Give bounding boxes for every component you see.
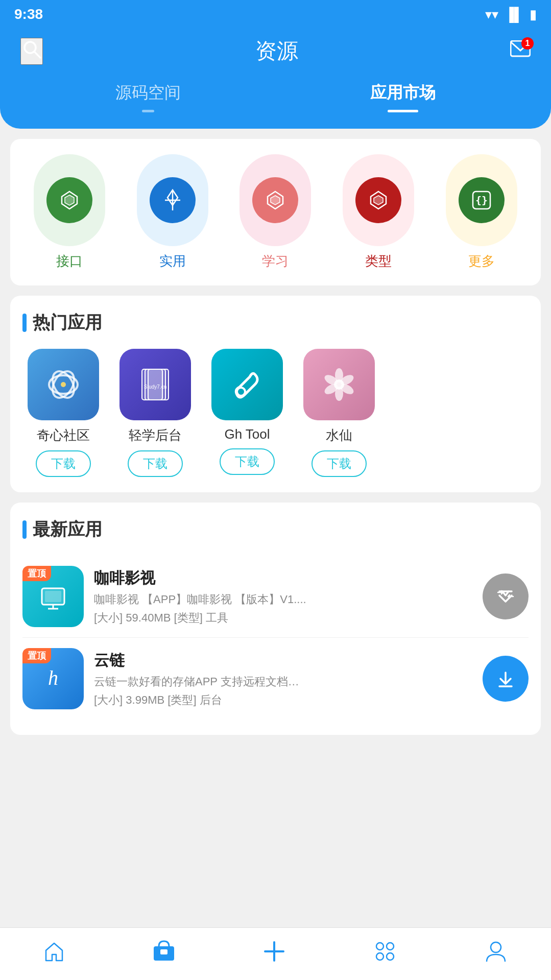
app-qixin[interactable]: 奇心社区 下载 [22, 349, 104, 477]
category-backend[interactable]: 接口 [20, 154, 118, 270]
wifi-icon: ▾▾ [485, 7, 498, 22]
hot-apps-title: 热门应用 [22, 311, 529, 334]
svg-point-45 [491, 942, 501, 952]
category-bubble-tools [137, 154, 208, 246]
app-ghtool[interactable]: Gh Tool 下载 [206, 349, 288, 477]
download-btn-shuixian[interactable]: 下载 [312, 450, 367, 477]
download-btn-kafei[interactable] [483, 573, 529, 619]
latest-desc-yunlian: 云链一款好看的存储APP 支持远程文档，... [94, 674, 308, 689]
latest-icon-wrap-kafei: 置顶 [22, 566, 84, 627]
profile-icon [483, 938, 509, 965]
svg-point-44 [387, 953, 394, 960]
bottom-nav [0, 927, 551, 980]
category-programming[interactable]: 学习 [227, 154, 325, 270]
svg-marker-11 [374, 196, 383, 205]
mail-button[interactable]: 1 [510, 40, 531, 62]
svg-text:h: h [48, 666, 58, 689]
nav-store[interactable] [151, 937, 177, 966]
category-bubble-more: {} [446, 154, 517, 246]
latest-type-yunlian: [类型] 后台 [167, 694, 222, 706]
svg-line-1 [34, 52, 40, 58]
mail-badge: 1 [521, 37, 534, 50]
store-icon [151, 937, 177, 964]
app-name-study7: 轻学后台 [129, 426, 182, 444]
category-label-tools: 实用 [159, 252, 186, 270]
latest-apps-title: 最新应用 [22, 518, 529, 541]
app-study7[interactable]: Study7.cn 轻学后台 下载 [114, 349, 196, 477]
category-section: 接口 实用 [10, 139, 541, 285]
search-button[interactable] [20, 38, 43, 65]
category-others[interactable]: 类型 [329, 154, 427, 270]
status-time: 9:38 [14, 6, 43, 22]
tab-source[interactable]: 源码空间 [100, 78, 196, 108]
latest-desc-kafei: 咖啡影视 【APP】咖啡影视 【版本】V1.... [94, 592, 308, 607]
hot-apps-title-text: 热门应用 [33, 311, 102, 334]
latest-info-yunlian: 云链 云链一款好看的存储APP 支持远程文档，... [大小] 3.99MB [… [94, 650, 472, 708]
app-icon-shuixian [303, 349, 375, 420]
category-icon-programming [252, 177, 298, 223]
hot-apps-section: 热门应用 奇心社区 下载 Study7 [10, 296, 541, 492]
category-label-more: 更多 [468, 252, 495, 270]
category-label-programming: 学习 [262, 252, 289, 270]
latest-action-kafei [483, 573, 529, 619]
category-icon-others [355, 177, 401, 223]
latest-item-yunlian[interactable]: h 置顶 云链 云链一款好看的存储APP 支持远程文档，... [大小] 3.9… [22, 638, 529, 720]
app-name-qixin: 奇心社区 [37, 426, 90, 444]
status-icons: ▾▾ ▐▌ ▮ [485, 7, 537, 22]
tab-bar: 源码空间 应用市场 [20, 78, 531, 108]
category-bubble-others [343, 154, 414, 246]
nav-apps[interactable] [372, 938, 398, 965]
category-icon-backend [46, 177, 92, 223]
header-top: 资源 1 [20, 37, 531, 65]
download-btn-qixin[interactable]: 下载 [36, 450, 91, 477]
nav-profile[interactable] [483, 938, 509, 965]
latest-apps-section: 最新应用 置顶 咖啡影视 咖啡影视 【APP】咖啡影视 【版本】V1.... [… [10, 503, 541, 735]
category-icon-tools [150, 177, 196, 223]
home-icon [42, 939, 66, 964]
signal-icon: ▐▌ [505, 7, 523, 22]
page-title: 资源 [43, 37, 510, 65]
nav-home[interactable] [42, 939, 66, 964]
category-icon-more: {} [459, 177, 505, 223]
category-bubble-programming [239, 154, 311, 246]
latest-item-kafei[interactable]: 置顶 咖啡影视 咖啡影视 【APP】咖啡影视 【版本】V1.... [大小] 5… [22, 556, 529, 638]
category-tools[interactable]: 实用 [124, 154, 222, 270]
svg-point-41 [376, 943, 384, 950]
latest-info-kafei: 咖啡影视 咖啡影视 【APP】咖啡影视 【版本】V1.... [大小] 59.4… [94, 568, 472, 626]
svg-text:{}: {} [475, 194, 488, 206]
app-name-shuixian: 水仙 [326, 426, 352, 444]
latest-meta-kafei: [大小] 59.40MB [类型] 工具 [94, 610, 472, 626]
download-btn-yunlian[interactable] [483, 656, 529, 702]
app-shuixian[interactable]: 水仙 下载 [298, 349, 380, 477]
hot-apps-row: 奇心社区 下载 Study7.cn 轻学后台 下载 [22, 349, 529, 477]
download-btn-ghtool[interactable]: 下载 [220, 448, 275, 475]
latest-action-yunlian [483, 656, 529, 702]
top-tag-yunlian: 置顶 [22, 648, 51, 663]
status-bar: 9:38 ▾▾ ▐▌ ▮ [0, 0, 551, 29]
svg-text:Study7.cn: Study7.cn [144, 384, 166, 390]
category-bubble-backend [34, 154, 105, 246]
tab-market[interactable]: 应用市场 [355, 78, 451, 108]
app-header: 资源 1 源码空间 应用市场 [0, 29, 551, 129]
download-btn-study7[interactable]: 下载 [128, 450, 183, 477]
latest-meta-yunlian: [大小] 3.99MB [类型] 后台 [94, 692, 472, 708]
svg-point-17 [61, 382, 66, 387]
latest-size-kafei: [大小] 59.40MB [94, 611, 171, 624]
svg-rect-31 [45, 591, 61, 602]
svg-marker-4 [65, 195, 74, 205]
latest-name-kafei: 咖啡影视 [94, 568, 472, 589]
svg-rect-38 [160, 949, 167, 954]
category-label-others: 类型 [365, 252, 392, 270]
category-label-backend: 接口 [56, 252, 83, 270]
latest-type-kafei: [类型] 工具 [174, 611, 228, 624]
latest-icon-wrap-yunlian: h 置顶 [22, 648, 84, 709]
svg-point-22 [237, 388, 245, 396]
category-more[interactable]: {} 更多 [433, 154, 531, 270]
latest-apps-title-text: 最新应用 [33, 518, 102, 541]
svg-point-43 [376, 953, 384, 960]
nav-add[interactable] [261, 938, 288, 965]
app-name-ghtool: Gh Tool [224, 426, 270, 442]
latest-size-yunlian: [大小] 3.99MB [94, 694, 164, 706]
title-bar-decoration-latest [22, 520, 27, 539]
add-icon [261, 938, 288, 965]
